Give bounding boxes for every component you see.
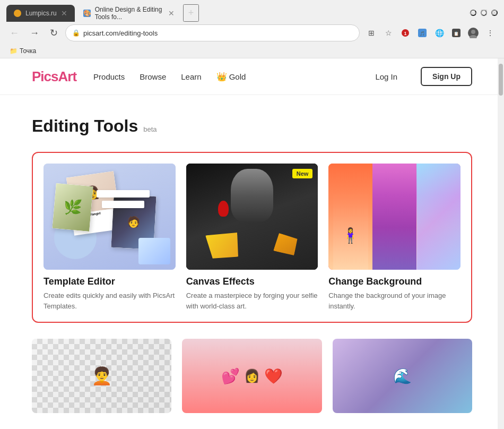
main-content: Editing Tools beta 👩 Fangirl bbox=[0, 95, 504, 429]
bottom-img-3: 🌊 bbox=[333, 339, 472, 413]
bg-collage: 🧍‍♀️ bbox=[328, 164, 460, 270]
browser-chrome: Lumpics.ru ✕ 🎨 Online Design & Editing T… bbox=[0, 0, 504, 58]
tabs-area: Lumpics.ru ✕ 🎨 Online Design & Editing T… bbox=[6, 4, 470, 22]
lock-icon: 🔒 bbox=[72, 29, 80, 37]
crown-icon: 👑 bbox=[216, 72, 227, 82]
title-bar: Lumpics.ru ✕ 🎨 Online Design & Editing T… bbox=[0, 0, 504, 21]
portrait-head bbox=[231, 169, 273, 222]
close-button[interactable]: ✕ bbox=[491, 10, 498, 16]
login-button[interactable]: Log In bbox=[375, 72, 397, 81]
nav-learn[interactable]: Learn bbox=[181, 72, 201, 81]
red-lips bbox=[218, 201, 229, 217]
bg-panel3-overlay bbox=[417, 164, 460, 270]
bg-panel2 bbox=[372, 164, 416, 270]
site-logo[interactable]: PicsArt bbox=[32, 68, 76, 85]
signup-button[interactable]: Sign Up bbox=[421, 67, 472, 86]
bottom-section: 🧑‍🦱 💕 👩 ❤️ 🌊 bbox=[32, 339, 472, 413]
collage-text-bar2 bbox=[102, 201, 144, 208]
canvas-portrait bbox=[186, 164, 318, 270]
address-bar-row: ← → ↻ 🔒 picsart.com/editing-tools ⊞ ☆ 1 … bbox=[0, 21, 504, 45]
minimize-button[interactable]: — bbox=[470, 10, 476, 16]
nav-gold-label: Gold bbox=[229, 72, 246, 81]
bookmark-button[interactable]: ☆ bbox=[381, 25, 396, 40]
bg-panel3 bbox=[416, 164, 460, 270]
new-badge: New bbox=[292, 169, 313, 178]
card-image-template: 👩 Fangirl 🌿 🧑 bbox=[44, 164, 176, 270]
extension2-button[interactable]: 🎵 bbox=[415, 25, 430, 40]
canvas-bg bbox=[186, 164, 318, 270]
svg-text:1: 1 bbox=[404, 31, 406, 36]
bookmarks-bar: 📁 Точка bbox=[0, 45, 504, 58]
new-tab-button[interactable]: + bbox=[183, 4, 199, 22]
card-change-bg[interactable]: 🧍‍♀️ Change Background Change the backgr… bbox=[328, 164, 460, 311]
page-title: Editing Tools bbox=[32, 116, 138, 136]
translate-button[interactable]: ⊞ bbox=[364, 25, 379, 40]
torn-paper bbox=[205, 230, 241, 262]
card-canvas-effects[interactable]: New Canvas Effects Create a masterpiece … bbox=[186, 164, 318, 311]
restore-button[interactable]: ❐ bbox=[481, 10, 487, 16]
bottom-card-image-2: 💕 👩 ❤️ bbox=[182, 339, 321, 413]
tab-favicon-lumpics bbox=[14, 10, 21, 17]
card-title-bg: Change Background bbox=[328, 276, 460, 287]
nav-links: Products Browse Learn 👑 Gold bbox=[93, 72, 246, 82]
bookmark-tochka[interactable]: 📁 Точка bbox=[6, 46, 39, 56]
tab-lumpics[interactable]: Lumpics.ru ✕ bbox=[6, 5, 75, 22]
bookmark-icon: 📁 bbox=[10, 47, 18, 55]
card-desc-bg: Change the background of your image inst… bbox=[328, 290, 460, 311]
card-title-canvas: Canvas Effects bbox=[186, 276, 318, 287]
bottom-img-1: 🧑‍🦱 bbox=[32, 339, 171, 413]
tab-close-picsart[interactable]: ✕ bbox=[168, 10, 175, 17]
torn-paper2 bbox=[273, 233, 299, 256]
scrollbar-thumb[interactable] bbox=[499, 64, 503, 96]
collage-template: 👩 Fangirl 🌿 🧑 bbox=[44, 164, 176, 270]
beta-badge: beta bbox=[143, 125, 157, 133]
page-title-row: Editing Tools beta bbox=[32, 116, 472, 136]
card-desc-template: Create edits quickly and easily with Pic… bbox=[44, 290, 176, 311]
page-content: PicsArt Products Browse Learn 👑 Gold Log… bbox=[0, 58, 504, 429]
site-nav: PicsArt Products Browse Learn 👑 Gold Log… bbox=[0, 58, 504, 95]
bottom-card-3[interactable]: 🌊 bbox=[333, 339, 472, 413]
card-template-editor[interactable]: 👩 Fangirl 🌿 🧑 Template bbox=[44, 164, 176, 311]
card-desc-canvas: Create a masterpiece by forging your sel… bbox=[186, 290, 318, 311]
address-text: picsart.com/editing-tools bbox=[83, 29, 353, 37]
nav-products[interactable]: Products bbox=[93, 72, 125, 81]
collage-cloud bbox=[138, 238, 170, 264]
scrollbar[interactable] bbox=[498, 58, 504, 429]
bottom-card-image-1: 🧑‍🦱 bbox=[32, 339, 171, 413]
extension4-button[interactable]: 📋 bbox=[449, 25, 464, 40]
tab-title-picsart: Online Design & Editing Tools fo... bbox=[95, 6, 164, 21]
tab-close-lumpics[interactable]: ✕ bbox=[61, 10, 67, 17]
card-image-bg: 🧍‍♀️ bbox=[328, 164, 460, 270]
collage-photo2: 🌿 bbox=[52, 183, 93, 231]
tab-picsart[interactable]: 🎨 Online Design & Editing Tools fo... ✕ bbox=[76, 5, 182, 22]
bottom-img-2: 💕 👩 ❤️ bbox=[182, 339, 321, 413]
menu-button[interactable]: ⋮ bbox=[483, 25, 498, 40]
profile-button[interactable] bbox=[466, 25, 481, 40]
address-box[interactable]: 🔒 picsart.com/editing-tools bbox=[65, 24, 360, 41]
browser-actions: ⊞ ☆ 1 🎵 🌐 📋 ⋮ bbox=[364, 25, 498, 40]
forward-button[interactable]: → bbox=[27, 27, 42, 40]
nav-gold[interactable]: 👑 Gold bbox=[216, 72, 246, 82]
card-image-canvas: New bbox=[186, 164, 318, 270]
featured-section: 👩 Fangirl 🌿 🧑 Template bbox=[32, 152, 472, 323]
bookmark-label: Точка bbox=[20, 47, 36, 55]
svg-text:🎵: 🎵 bbox=[420, 31, 425, 36]
bottom-card-1[interactable]: 🧑‍🦱 bbox=[32, 339, 171, 413]
reload-button[interactable]: ↻ bbox=[47, 26, 61, 40]
card-title-template: Template Editor bbox=[44, 276, 176, 287]
svg-text:📋: 📋 bbox=[454, 31, 459, 36]
tab-title-lumpics: Lumpics.ru bbox=[25, 10, 57, 17]
collage-text-bar bbox=[97, 190, 150, 198]
bottom-card-image-3: 🌊 bbox=[333, 339, 472, 413]
bg-panel1: 🧍‍♀️ bbox=[328, 164, 372, 270]
extension3-button[interactable]: 🌐 bbox=[432, 25, 447, 40]
tab-favicon-picsart: 🎨 bbox=[83, 10, 91, 17]
extension1-button[interactable]: 1 bbox=[398, 25, 413, 40]
svg-point-7 bbox=[471, 30, 475, 34]
bottom-card-2[interactable]: 💕 👩 ❤️ bbox=[182, 339, 321, 413]
window-controls: — ❐ ✕ bbox=[470, 10, 498, 16]
back-button[interactable]: ← bbox=[6, 27, 22, 40]
nav-browse[interactable]: Browse bbox=[140, 72, 166, 81]
